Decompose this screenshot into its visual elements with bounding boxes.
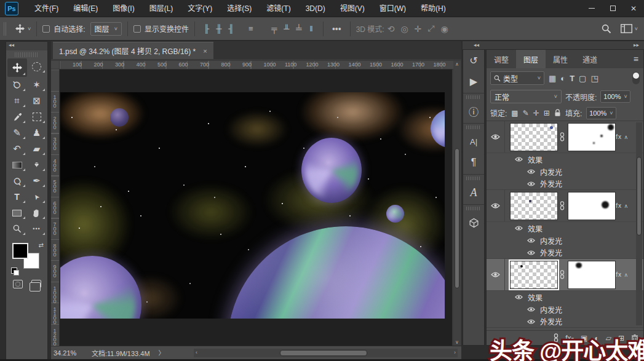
character-panel-icon[interactable]: A| — [463, 131, 484, 152]
lock-image-pixels-icon[interactable]: ✎ — [523, 109, 529, 117]
clone-stamp-tool[interactable]: ♟ — [27, 125, 47, 141]
visibility-eye-icon[interactable] — [491, 133, 500, 140]
visibility-eye-icon[interactable] — [515, 156, 523, 162]
lock-transparent-pixels-icon[interactable]: ▩ — [511, 109, 518, 117]
workspace-switcher-icon[interactable] — [621, 24, 632, 33]
effects-row[interactable]: 效果 — [487, 222, 643, 234]
zoom-tool[interactable] — [7, 221, 27, 237]
filter-type-layers-icon[interactable]: T — [570, 74, 574, 83]
document-tab[interactable]: 1.psd @ 34.2% (图层 4 拷贝 2, RGB/16) * × — [53, 42, 213, 59]
mask-link-icon[interactable] — [560, 132, 565, 141]
default-colors-icon[interactable] — [11, 268, 17, 274]
auto-select-checkbox[interactable] — [42, 25, 50, 33]
visibility-eye-icon[interactable] — [491, 202, 500, 209]
visibility-eye-icon[interactable] — [515, 294, 523, 300]
history-panel-icon[interactable]: ↺ — [463, 50, 484, 71]
layer-thumbnail[interactable] — [510, 123, 558, 151]
lock-artboard-icon[interactable]: ⊞ — [544, 109, 550, 117]
tab-properties[interactable]: 属性 — [546, 50, 575, 68]
options-grip[interactable] — [4, 22, 7, 36]
menu-view[interactable]: 视图(V) — [333, 0, 372, 17]
status-chevron-icon[interactable]: 〉 — [159, 348, 165, 357]
3d-panel-icon[interactable] — [463, 212, 484, 233]
mask-link-icon[interactable] — [560, 270, 565, 279]
menu-filter[interactable]: 滤镜(T) — [259, 0, 298, 17]
quick-mask-button[interactable] — [13, 280, 23, 288]
toolbar-collapse-icon[interactable]: ◂◂ — [6, 42, 47, 50]
outer-glow-row[interactable]: 外发光 — [487, 247, 643, 259]
menu-select[interactable]: 选择(S) — [220, 0, 259, 17]
search-icon[interactable] — [602, 24, 611, 34]
gradient-tool[interactable] — [7, 157, 27, 173]
horizontal-ruler[interactable]: 1002003004005006007008009001000110012001… — [60, 61, 453, 69]
filter-smart-objects-icon[interactable]: ◳ — [590, 74, 598, 83]
toolbar-grip[interactable] — [15, 52, 39, 57]
lock-position-icon[interactable]: ✛ — [533, 109, 539, 117]
actions-panel-icon[interactable]: ▶ — [463, 71, 484, 92]
layer-thumbnail[interactable] — [510, 261, 558, 289]
frame-tool[interactable]: ⊠ — [27, 93, 47, 109]
canvas-image[interactable] — [60, 92, 445, 319]
scroll-right-icon[interactable]: › — [454, 349, 456, 355]
horizontal-scroll-thumb[interactable] — [280, 350, 367, 356]
align-bottom-icon[interactable]: ╧ — [293, 24, 305, 33]
foreground-color-swatch[interactable] — [12, 243, 28, 259]
swap-colors-icon[interactable]: ⇄ — [39, 242, 44, 248]
auto-select-dropdown[interactable]: 图层 ˅ — [90, 22, 122, 36]
visibility-eye-icon[interactable] — [527, 181, 535, 187]
menu-3d[interactable]: 3D(D) — [298, 0, 333, 17]
path-selection-tool[interactable]: ➤ — [27, 189, 47, 205]
layer-mask-thumbnail[interactable] — [568, 192, 616, 220]
menu-layer[interactable]: 图层(L) — [142, 0, 181, 17]
menu-image[interactable]: 图像(I) — [105, 0, 141, 17]
visibility-eye-icon[interactable] — [491, 271, 500, 278]
type-tool[interactable]: T — [7, 189, 27, 205]
layers-scrollbar[interactable] — [636, 122, 642, 325]
menu-file[interactable]: 文件(F) — [27, 0, 66, 17]
visibility-eye-icon[interactable] — [527, 250, 535, 256]
healing-brush-tool[interactable] — [27, 109, 47, 125]
inner-glow-row[interactable]: 内发光 — [487, 234, 643, 247]
dodge-tool[interactable]: Ϙ — [7, 173, 27, 189]
layer-mask-thumbnail[interactable] — [568, 261, 616, 289]
workspace-chevron-icon[interactable]: ˅ — [635, 26, 638, 32]
menu-edit[interactable]: 编辑(E) — [66, 0, 105, 17]
vertical-scrollbar[interactable]: ∧ ∨ — [453, 61, 461, 346]
align-center-horizontal-icon[interactable]: ╫ — [213, 24, 225, 33]
eyedropper-tool[interactable] — [7, 109, 27, 125]
3d-slide-icon[interactable]: ⤢ — [427, 23, 434, 34]
menu-window[interactable]: 窗口(W) — [372, 0, 413, 17]
eraser-tool[interactable]: ▰ — [27, 141, 47, 157]
fx-collapse-indicator[interactable]: fx ∧ — [616, 202, 629, 209]
visibility-eye-icon[interactable] — [527, 306, 535, 312]
expand-panels-right-icon[interactable]: ▸▸ — [634, 42, 639, 48]
paragraph-panel-icon[interactable]: ¶ — [463, 152, 484, 173]
distribute-vertical-icon[interactable]: ‖ — [305, 24, 317, 33]
tab-layers[interactable]: 图层 — [516, 50, 546, 68]
fill-field[interactable]: 100% ˅ — [586, 107, 616, 119]
filter-pixel-layers-icon[interactable]: ▦ — [549, 74, 556, 83]
ruler-corner[interactable] — [51, 61, 60, 69]
visibility-eye-icon[interactable] — [527, 237, 535, 244]
mask-link-icon[interactable] — [560, 201, 565, 210]
layer-row[interactable]: fx ∧ — [487, 190, 643, 222]
inner-glow-row[interactable]: 内发光 — [487, 165, 643, 178]
filter-adjustment-layers-icon[interactable]: ◐ — [560, 74, 565, 83]
filtering-toggle[interactable] — [632, 72, 640, 84]
3d-camera-icon[interactable]: ◉ — [441, 24, 448, 34]
brush-tool[interactable]: ✎ — [7, 125, 27, 141]
glyphs-panel-icon[interactable]: A — [463, 182, 484, 203]
move-tool[interactable] — [7, 58, 27, 77]
show-transform-checkbox[interactable] — [133, 25, 141, 33]
outer-glow-row[interactable]: 外发光 — [487, 178, 643, 190]
canvas-viewport[interactable] — [60, 69, 452, 346]
pen-tool[interactable]: ✒ — [27, 173, 47, 189]
layer-row-selected[interactable]: fx ∧ — [487, 259, 643, 291]
scroll-down-icon[interactable]: ∨ — [453, 339, 461, 345]
tab-close-icon[interactable]: × — [203, 47, 207, 55]
3d-pan-icon[interactable]: ✛ — [415, 24, 422, 34]
panel-menu-icon[interactable]: ≡ — [634, 54, 638, 64]
layer-row[interactable]: fx ∧ — [487, 121, 643, 153]
scroll-up-icon[interactable]: ∧ — [453, 61, 461, 67]
align-right-icon[interactable]: ╢ — [225, 24, 237, 33]
